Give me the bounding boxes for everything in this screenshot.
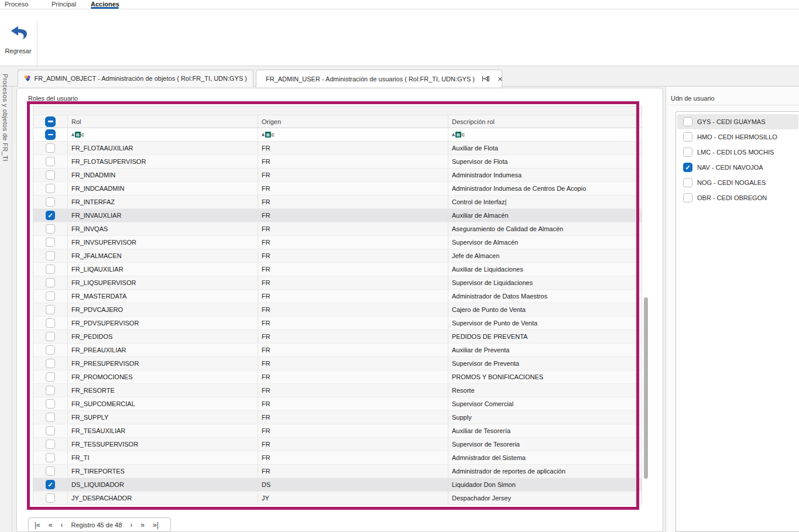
- prev-record-button[interactable]: ‹: [60, 521, 63, 529]
- last-record-button[interactable]: »|: [153, 521, 159, 529]
- row-checkbox[interactable]: [46, 493, 55, 503]
- udn-list-item[interactable]: HMO - CEDI HERMOSILLO: [677, 129, 798, 145]
- row-checkbox-cell[interactable]: [33, 465, 68, 478]
- table-row[interactable]: FR_TESAUXILIARFRAuxiliar de Tesorería: [33, 424, 642, 438]
- pin-icon[interactable]: [482, 75, 491, 83]
- table-row[interactable]: FR_JFALMACENFRJefe de Almacen: [33, 249, 642, 263]
- row-checkbox-cell[interactable]: [33, 290, 68, 303]
- table-row[interactable]: FR_INVQASFRAseguramiento de Calidad de A…: [33, 222, 642, 236]
- row-checkbox[interactable]: [46, 453, 55, 462]
- row-checkbox-cell[interactable]: [33, 195, 68, 208]
- udn-checkbox[interactable]: [683, 193, 692, 202]
- udn-list-item[interactable]: NOG - CEDI NOGALES: [677, 175, 798, 190]
- row-checkbox[interactable]: [46, 157, 55, 166]
- next-record-button[interactable]: ›: [130, 521, 132, 529]
- row-checkbox[interactable]: [46, 399, 55, 409]
- select-all-checkbox[interactable]: [45, 116, 56, 127]
- row-checkbox[interactable]: [46, 426, 55, 435]
- table-row[interactable]: FR_INTERFAZFRControl de Interfaz|: [33, 195, 642, 209]
- row-checkbox[interactable]: [46, 318, 55, 328]
- row-checkbox[interactable]: [46, 440, 55, 449]
- row-checkbox-cell[interactable]: [33, 142, 68, 155]
- header-select-all[interactable]: [33, 115, 68, 128]
- row-checkbox-cell[interactable]: [33, 384, 68, 397]
- udn-checkbox[interactable]: [683, 178, 692, 187]
- row-checkbox[interactable]: [46, 413, 55, 422]
- row-checkbox[interactable]: [46, 197, 55, 207]
- tab-fr-admin-user[interactable]: FR_ADMIN_USER - Administración de usuari…: [256, 70, 502, 87]
- row-checkbox-cell[interactable]: [33, 303, 68, 316]
- udn-list-item[interactable]: NAV - CEDI NAVOJOA: [677, 160, 798, 175]
- row-checkbox-cell[interactable]: [33, 249, 68, 262]
- ribbon-tab-principal[interactable]: Principal: [49, 0, 78, 9]
- filter-checkbox[interactable]: [45, 129, 56, 140]
- row-checkbox-cell[interactable]: [33, 209, 68, 222]
- table-row[interactable]: FR_FLOTASUPERVISORFRSupervisor de Flota: [33, 155, 642, 169]
- row-checkbox[interactable]: [46, 143, 55, 153]
- udn-checkbox[interactable]: [683, 147, 692, 157]
- table-row[interactable]: FR_SUPCOMERCIALFRSupervisor Comercial: [33, 397, 642, 411]
- row-checkbox[interactable]: [46, 359, 55, 368]
- filter-cell-rol[interactable]: ABC: [68, 128, 258, 141]
- table-row[interactable]: FR_SUPPLYFRSupply: [33, 411, 642, 424]
- row-checkbox[interactable]: [46, 332, 55, 341]
- table-row[interactable]: FR_INVAUXLIARFRAuxiliar de Almacén: [33, 209, 642, 222]
- row-checkbox-cell[interactable]: [33, 155, 68, 168]
- next-page-button[interactable]: »: [140, 521, 145, 529]
- row-checkbox-cell[interactable]: [33, 451, 68, 464]
- row-checkbox-cell[interactable]: [33, 263, 68, 276]
- row-checkbox[interactable]: [46, 291, 55, 301]
- table-row[interactable]: FR_TESSUPERVISORFRSupervisor de Tesoreri…: [33, 438, 642, 451]
- row-checkbox-cell[interactable]: [33, 492, 68, 504]
- column-header-descripcion[interactable]: Descripción rol: [448, 115, 636, 128]
- row-checkbox[interactable]: [46, 466, 55, 476]
- row-checkbox-cell[interactable]: [33, 438, 68, 451]
- column-header-rol[interactable]: Rol: [68, 115, 258, 128]
- row-checkbox-cell[interactable]: [33, 357, 68, 370]
- table-row[interactable]: FR_PEDIDOSFRPEDIDOS DE PREVENTA: [33, 330, 642, 344]
- close-tab-icon[interactable]: ×: [498, 74, 503, 84]
- row-checkbox[interactable]: [46, 211, 55, 220]
- row-checkbox[interactable]: [46, 251, 55, 260]
- table-row[interactable]: FR_PDVSUPERVISORFRSupervisor de Punto de…: [33, 317, 642, 330]
- table-row[interactable]: FR_FLOTAAUXILIARFRAuxiliar de Flota: [33, 142, 642, 155]
- row-checkbox[interactable]: [46, 386, 55, 395]
- table-row[interactable]: FR_PDVCAJEROFRCajero de Punto de Venta: [33, 303, 642, 317]
- table-row[interactable]: FR_INDADMINFRAdministrador Indumesa: [33, 169, 642, 182]
- table-row[interactable]: FR_MASTERDATAFRAdministrador de Datos Ma…: [33, 290, 642, 303]
- table-row[interactable]: FR_LIQAUXILIARFRAuxiliar de Liquidacione…: [33, 263, 642, 276]
- row-checkbox[interactable]: [46, 372, 55, 382]
- row-checkbox[interactable]: [46, 238, 55, 247]
- table-row[interactable]: FR_LIQSUPERVISORFRSupervisor de Liquidac…: [33, 276, 642, 290]
- row-checkbox[interactable]: [46, 184, 55, 193]
- row-checkbox-cell[interactable]: [33, 344, 68, 356]
- udn-list-item[interactable]: GYS - CEDI GUAYMAS: [677, 114, 798, 129]
- row-checkbox-cell[interactable]: [33, 169, 68, 181]
- filter-cell-descripcion[interactable]: ABC: [448, 128, 636, 141]
- row-checkbox-cell[interactable]: [33, 276, 68, 289]
- row-checkbox[interactable]: [46, 345, 55, 355]
- row-checkbox-cell[interactable]: [33, 236, 68, 249]
- vertical-scrollbar-thumb[interactable]: [644, 297, 648, 479]
- table-row[interactable]: FR_PROMOCIONESFRPROMOS Y BONIFICACIONES: [33, 370, 642, 384]
- row-checkbox-cell[interactable]: [33, 317, 68, 330]
- udn-checkbox[interactable]: [683, 132, 692, 142]
- table-row[interactable]: FR_PRESUPERVISORFRSupervisor de Preventa: [33, 357, 642, 370]
- ribbon-tab-proceso[interactable]: Proceso: [2, 0, 30, 9]
- tab-fr-admin-object[interactable]: FR_ADMIN_OBJECT - Administración de obje…: [18, 70, 253, 87]
- prev-page-button[interactable]: «: [49, 521, 53, 529]
- first-record-button[interactable]: |«: [35, 521, 40, 529]
- udn-checkbox[interactable]: [683, 163, 692, 172]
- udn-list-item[interactable]: OBR - CEDI OBREGON: [677, 190, 798, 205]
- filter-checkbox-cell[interactable]: [33, 128, 68, 141]
- table-row[interactable]: FR_PREAUXILIARFRAuxiliar de Preventa: [33, 344, 642, 357]
- udn-checkbox[interactable]: [683, 117, 692, 126]
- table-row[interactable]: FR_INDCAADMINFRAdministrador Indumesa de…: [33, 182, 642, 195]
- table-row[interactable]: FR_TIREPORTESFRAdministrador de reportes…: [33, 465, 642, 478]
- filter-cell-origen[interactable]: ABC: [258, 128, 448, 141]
- row-checkbox[interactable]: [46, 265, 55, 274]
- regresar-button[interactable]: Regresar: [1, 21, 35, 70]
- column-header-origen[interactable]: Origen: [258, 115, 448, 128]
- row-checkbox-cell[interactable]: [33, 330, 68, 343]
- table-row[interactable]: FR_RESORTEFRResorte: [33, 384, 642, 397]
